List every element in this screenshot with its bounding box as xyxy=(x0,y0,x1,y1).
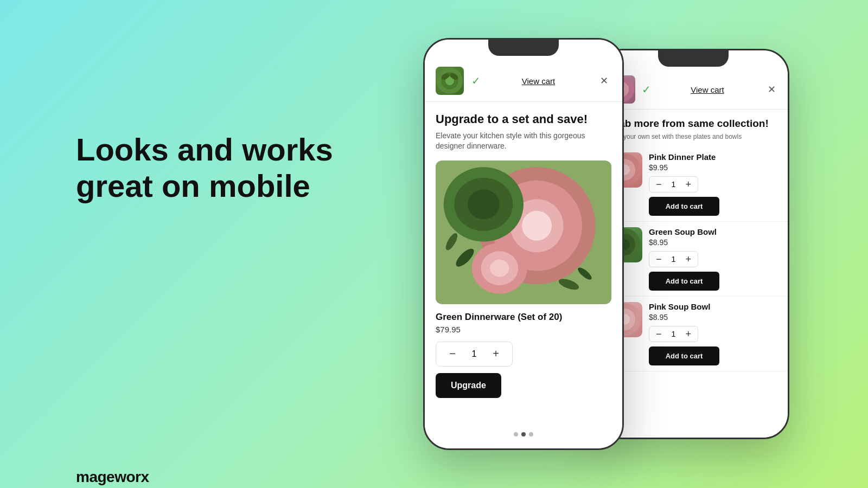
qty-decrease-2[interactable]: − xyxy=(656,254,662,264)
svg-point-9 xyxy=(522,211,552,241)
phone1-qty-decrease[interactable]: − xyxy=(445,346,460,362)
dot-2 xyxy=(521,432,526,436)
phone1-product-price: $79.95 xyxy=(436,325,611,334)
product-list-price-1: $9.95 xyxy=(649,163,779,172)
qty-increase-2[interactable]: + xyxy=(686,254,692,264)
product-list-price-3: $8.95 xyxy=(649,313,779,322)
phone1-qty-increase[interactable]: + xyxy=(488,346,503,362)
phone-2: ✓ View cart ✕ Grab more from same collec… xyxy=(597,49,789,439)
phone-2-notch xyxy=(658,50,729,67)
phone-1-notch xyxy=(488,40,559,56)
phone-2-screen: ✓ View cart ✕ Grab more from same collec… xyxy=(598,50,788,438)
cart-thumbnail xyxy=(436,67,464,95)
dot-1 xyxy=(514,432,518,436)
qty-decrease-1[interactable]: − xyxy=(656,179,662,189)
phone1-qty-value: 1 xyxy=(469,349,480,359)
qty-row-3: − 1 + xyxy=(649,326,698,342)
phones-container: ✓ View cart ✕ Upgrade to a set and save!… xyxy=(315,0,868,488)
view-cart-link-1[interactable]: View cart xyxy=(486,76,591,86)
phone1-upsell-content: Upgrade to a set and save! Elevate your … xyxy=(425,102,622,398)
qty-value-1: 1 xyxy=(669,180,678,189)
qty-increase-1[interactable]: + xyxy=(686,179,692,189)
phone1-product-name: Green Dinnerware (Set of 20) xyxy=(436,312,611,323)
qty-increase-3[interactable]: + xyxy=(686,329,692,339)
phone2-upsell-subtitle: Build your own set with these plates and… xyxy=(598,133,788,140)
product-info-3: Pink Soup Bowl $8.95 − 1 + Add to cart xyxy=(649,302,779,365)
qty-decrease-3[interactable]: − xyxy=(656,329,662,339)
product-list-name-3: Pink Soup Bowl xyxy=(649,302,779,311)
qty-value-3: 1 xyxy=(669,330,678,338)
phone1-product-image xyxy=(436,160,611,304)
product-list-item-3: Pink Soup Bowl $8.95 − 1 + Add to cart xyxy=(598,297,788,371)
svg-point-15 xyxy=(490,260,509,277)
phone1-dots xyxy=(425,426,622,443)
view-cart-link-2[interactable]: View cart xyxy=(655,85,760,94)
page-background: Looks and works great on mobile mageworx xyxy=(0,0,868,488)
phone2-checkmark-icon: ✓ xyxy=(642,83,651,96)
qty-row-1: − 1 + xyxy=(649,176,698,192)
product-info-1: Pink Dinner Plate $9.95 − 1 + Add to car… xyxy=(649,152,779,216)
close-button-2[interactable]: ✕ xyxy=(764,82,779,97)
add-to-cart-btn-1[interactable]: Add to cart xyxy=(649,197,719,216)
phone1-upsell-title: Upgrade to a set and save! xyxy=(436,112,611,127)
product-list-item-2: Green Soup Bowl $8.95 − 1 + Add to cart xyxy=(598,222,788,297)
close-button-1[interactable]: ✕ xyxy=(596,73,611,88)
product-info-2: Green Soup Bowl $8.95 − 1 + Add to cart xyxy=(649,227,779,291)
phone1-upsell-subtitle: Elevate your kitchen style with this gor… xyxy=(436,131,611,152)
phone-1: ✓ View cart ✕ Upgrade to a set and save!… xyxy=(423,38,624,450)
checkmark-icon: ✓ xyxy=(471,74,481,87)
phone2-upsell-title: Grab more from same collection! xyxy=(598,117,788,131)
add-to-cart-btn-2[interactable]: Add to cart xyxy=(649,272,719,291)
product-list-item-1: Pink Dinner Plate $9.95 − 1 + Add to car… xyxy=(598,147,788,222)
dot-3 xyxy=(529,432,533,436)
phone-1-screen: ✓ View cart ✕ Upgrade to a set and save!… xyxy=(425,40,622,448)
product-list-name-2: Green Soup Bowl xyxy=(649,227,779,236)
product-list-name-1: Pink Dinner Plate xyxy=(649,152,779,162)
phone1-qty-row: − 1 + xyxy=(436,342,513,367)
qty-row-2: − 1 + xyxy=(649,251,698,267)
add-to-cart-btn-3[interactable]: Add to cart xyxy=(649,346,719,365)
brand-logo: mageworx xyxy=(76,469,149,486)
phone1-upgrade-button[interactable]: Upgrade xyxy=(436,373,501,398)
product-list-price-2: $8.95 xyxy=(649,238,779,247)
qty-value-2: 1 xyxy=(669,255,678,264)
svg-point-12 xyxy=(468,189,500,219)
